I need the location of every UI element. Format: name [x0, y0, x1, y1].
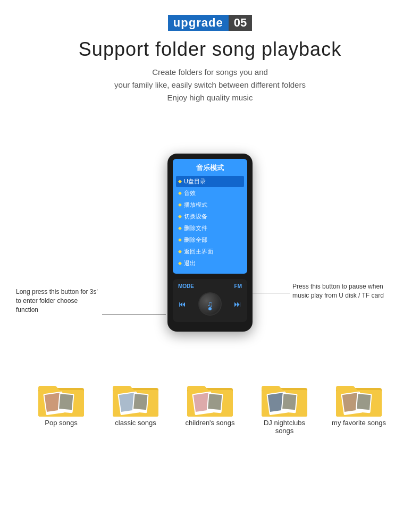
- svg-rect-23: [282, 394, 296, 410]
- folder-item-3[interactable]: DJ nightclubs songs: [255, 380, 314, 435]
- folder-item-1[interactable]: classic songs: [106, 380, 165, 435]
- subtitle-line3: Enjoy high quality music: [0, 91, 420, 104]
- menu-item-6[interactable]: ◆返回主界面: [176, 246, 244, 257]
- folder-icon-4: [335, 380, 383, 419]
- mp3-player: 音乐模式 ◆U盘目录◆音效◆播放模式◆切换设备◆删除文件◆删除全部◆返回主界面◆…: [167, 154, 253, 332]
- annotation-right-text: Press this button to pause when music pl…: [292, 283, 384, 299]
- menu-item-7[interactable]: ◆退出: [176, 258, 244, 269]
- upgrade-badge: upgrade 05: [168, 15, 252, 31]
- menu-item-text: 退出: [184, 259, 196, 267]
- upgrade-label: upgrade: [168, 15, 229, 31]
- annotation-left: Long press this button for 3s' to enter …: [16, 287, 101, 314]
- folder-icon-0: [37, 380, 85, 419]
- center-control: ⏮ ♫ ⏭: [176, 292, 244, 318]
- mode-button[interactable]: MODE: [178, 283, 194, 289]
- diamond-icon: ◆: [178, 179, 182, 184]
- svg-rect-11: [133, 394, 147, 410]
- menu-item-2[interactable]: ◆播放模式: [176, 199, 244, 210]
- center-knob[interactable]: ♫: [198, 292, 222, 316]
- folders-section: Pop songsclassic songschildren's songsDJ…: [0, 365, 420, 445]
- menu-item-3[interactable]: ◆切换设备: [176, 211, 244, 222]
- menu-item-0[interactable]: ◆U盘目录: [176, 176, 244, 187]
- header-section: upgrade 05 Support folder song playback …: [0, 0, 420, 109]
- diamond-icon: ◆: [178, 249, 182, 254]
- menu-item-text: U盘目录: [184, 177, 206, 185]
- diamond-icon: ◆: [178, 225, 182, 231]
- menu-item-4[interactable]: ◆删除文件: [176, 223, 244, 234]
- controls-area: MODE FM ⏮ ♫ ⏭: [173, 279, 247, 322]
- menu-item-text: 删除全部: [184, 236, 207, 244]
- folder-label-4: my favorite songs: [332, 419, 386, 427]
- player-screen: 音乐模式 ◆U盘目录◆音效◆播放模式◆切换设备◆删除文件◆删除全部◆返回主界面◆…: [173, 159, 247, 274]
- next-button[interactable]: ⏭: [231, 300, 244, 308]
- menu-item-text: 音效: [184, 189, 196, 197]
- screen-title: 音乐模式: [176, 163, 244, 173]
- svg-rect-29: [357, 394, 371, 410]
- menu-item-text: 播放模式: [184, 201, 207, 209]
- diamond-icon: ◆: [178, 260, 182, 266]
- svg-rect-17: [208, 394, 222, 410]
- fm-button[interactable]: FM: [234, 283, 242, 289]
- folder-icon-1: [112, 380, 159, 419]
- menu-item-text: 删除文件: [184, 224, 207, 232]
- folder-label-1: classic songs: [115, 419, 156, 427]
- folder-item-0[interactable]: Pop songs: [32, 380, 90, 435]
- device-section: Long press this button for 3s' to enter …: [0, 125, 420, 359]
- subtitle-line2: your family like, easily switch between …: [0, 79, 420, 91]
- diamond-icon: ◆: [178, 190, 182, 196]
- folder-label-3: DJ nightclubs songs: [255, 419, 314, 435]
- annotation-right: Press this button to pause when music pl…: [292, 282, 388, 300]
- menu-item-5[interactable]: ◆删除全部: [176, 234, 244, 246]
- folder-item-2[interactable]: children's songs: [181, 380, 239, 435]
- annotation-line-left: [102, 314, 166, 315]
- diamond-icon: ◆: [178, 214, 182, 219]
- subtitle: Create folders for songs you and your fa…: [0, 66, 420, 104]
- main-title: Support folder song playback: [0, 38, 420, 61]
- subtitle-line1: Create folders for songs you and: [0, 66, 420, 79]
- folder-item-4[interactable]: my favorite songs: [330, 380, 388, 435]
- menu-item-1[interactable]: ◆音效: [176, 188, 244, 199]
- prev-button[interactable]: ⏮: [176, 300, 189, 308]
- diamond-icon: ◆: [178, 202, 182, 207]
- folder-icon-3: [261, 380, 308, 419]
- folder-label-0: Pop songs: [45, 419, 77, 427]
- folder-label-2: children's songs: [186, 419, 235, 427]
- annotation-left-text: Long press this button for 3s' to enter …: [16, 288, 98, 314]
- upgrade-number: 05: [229, 15, 252, 31]
- menu-item-text: 返回主界面: [184, 248, 213, 256]
- diamond-icon: ◆: [178, 237, 182, 242]
- nav-row: ⏮ ♫ ⏭: [176, 292, 244, 316]
- svg-rect-5: [59, 394, 73, 410]
- knob-dot: [208, 307, 212, 310]
- menu-container: ◆U盘目录◆音效◆播放模式◆切换设备◆删除文件◆删除全部◆返回主界面◆退出: [176, 176, 244, 269]
- folder-icon-2: [186, 380, 234, 419]
- top-buttons: MODE FM: [176, 283, 244, 289]
- menu-item-text: 切换设备: [184, 213, 207, 221]
